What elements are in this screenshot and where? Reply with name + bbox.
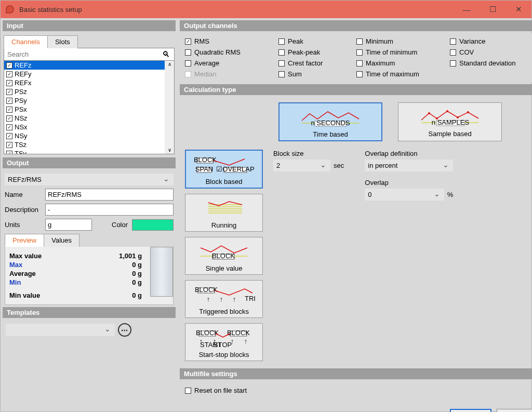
check-label: Minimum [366, 37, 393, 45]
ok-button[interactable]: OK [450, 409, 491, 412]
search-input[interactable] [4, 48, 158, 60]
checkbox-icon: ✓ [6, 151, 12, 155]
output-check-sum[interactable]: Sum [278, 70, 351, 78]
color-swatch[interactable] [132, 219, 174, 231]
color-label: Color [112, 221, 128, 229]
tab-channels[interactable]: Channels [4, 35, 48, 48]
output-check-standard-deviation[interactable]: Standard deviation [450, 59, 532, 67]
svg-point-3 [428, 112, 430, 114]
channel-name: PSz [15, 87, 27, 96]
checkbox-icon: ✓ [6, 133, 12, 139]
list-item[interactable]: ✓PSy [4, 96, 174, 105]
tab-preview[interactable]: Preview [5, 234, 44, 247]
calc-running[interactable]: Running [185, 194, 263, 232]
output-check-variance[interactable]: Variance [450, 37, 532, 45]
checkbox-icon [185, 388, 191, 394]
tab-values[interactable]: Values [44, 234, 79, 247]
output-check-maximum[interactable]: Maximum [356, 59, 445, 67]
calc-time-based[interactable]: n SECONDS Time based [278, 102, 382, 141]
list-item[interactable]: ✓PSx [4, 105, 174, 114]
reset-label: Reset on file start [194, 387, 247, 394]
channel-name: NSx [15, 123, 28, 131]
units-field[interactable] [45, 219, 92, 231]
list-item[interactable]: ✓REFy [4, 70, 174, 78]
calc-single-value[interactable]: BLOCK Single value [185, 237, 263, 275]
minimize-button[interactable]: — [454, 1, 480, 18]
output-check-peak-peak[interactable]: Peak-peak [278, 48, 351, 56]
min: 0 g [132, 278, 142, 286]
search-icon[interactable]: 🔍︎ [158, 50, 174, 59]
window-title: Basic statistics setup [19, 6, 82, 14]
check-label: Variance [459, 37, 485, 45]
check-label: Standard deviation [459, 59, 515, 67]
calculation-panel: n SECONDS Time based n SAMPLES Sample ba… [180, 97, 532, 366]
svg-text:BLOCK: BLOCK [196, 329, 219, 337]
channel-list[interactable]: ✓REFz✓REFy✓REFx✓PSz✓PSy✓PSx✓NSz✓NSx✓NSy✓… [4, 61, 175, 154]
overlap-definition-select[interactable]: in percent [365, 160, 453, 171]
list-item[interactable]: ✓NSy [4, 131, 174, 140]
check-label: RMS [194, 37, 209, 45]
channel-name: REFx [15, 78, 32, 87]
checkbox-icon [450, 38, 456, 45]
svg-text:TRIGGERS: TRIGGERS [245, 295, 255, 302]
input-header: Input [3, 20, 176, 31]
list-item[interactable]: ✓REFz [4, 61, 174, 70]
template-select[interactable] [6, 324, 115, 336]
checkbox-icon [356, 49, 363, 56]
template-more-button[interactable]: ⋯ [118, 323, 131, 337]
calc-sample-based[interactable]: n SAMPLES Sample based [398, 102, 502, 141]
calc-btn-label: Time based [282, 130, 379, 138]
checkbox-icon [450, 49, 456, 56]
close-button[interactable]: ✕ [506, 1, 531, 18]
description-field[interactable] [45, 204, 174, 216]
calc-start-stop-blocks[interactable]: BLOCKBLOCK↑↑↑↑STARTSTOP Start-stop block… [185, 323, 263, 361]
check-label: Time of maximum [366, 70, 419, 78]
output-check-time-of-maximum[interactable]: Time of maximum [356, 70, 445, 78]
reset-on-file-start-checkbox[interactable]: Reset on file start [185, 387, 532, 394]
output-check-minimum[interactable]: Minimum [356, 37, 445, 45]
output-check-time-of-minimum[interactable]: Time of minimum [356, 48, 445, 56]
output-channel-select[interactable]: REFz/RMS [5, 174, 174, 185]
list-item[interactable]: ✓PSz [4, 87, 174, 96]
overlap-definition-value: in percent [368, 162, 397, 169]
scroll-down-icon[interactable]: ∨ [168, 147, 171, 154]
output-check-average[interactable]: Average [185, 59, 273, 67]
maximize-button[interactable]: ☐ [480, 1, 506, 18]
overlap-value: 0 [368, 191, 371, 198]
output-channels-header: Output channels [180, 20, 532, 31]
output-check-crest-factor[interactable]: Crest factor [278, 59, 351, 67]
check-label: Sum [288, 70, 302, 78]
list-item[interactable]: ✓REFx [4, 78, 174, 87]
overlap-select[interactable]: 0 [365, 189, 444, 201]
output-check-cov[interactable]: COV [450, 48, 532, 56]
list-item[interactable]: ✓NSz [4, 114, 174, 123]
list-item[interactable]: ✓NSx [4, 123, 174, 131]
checkbox-icon: ✓ [185, 38, 191, 45]
scroll-up-icon[interactable]: ∧ [168, 61, 171, 68]
block-size-select[interactable]: 2 [273, 160, 330, 171]
min-label: Min [9, 278, 21, 286]
list-item[interactable]: ✓TSy [4, 149, 174, 154]
calc-btn-label: Triggered blocks [188, 308, 260, 315]
checkbox-icon [185, 71, 191, 77]
list-item[interactable]: ✓TSz [4, 140, 174, 149]
checkbox-icon: ✓ [6, 89, 12, 95]
output-check-quadratic-rms[interactable]: Quadratic RMS [185, 48, 273, 56]
calc-btn-label: Start-stop blocks [188, 351, 260, 358]
channel-name: REFz [15, 61, 32, 70]
calc-triggered-blocks[interactable]: BLOCK↑↑↑TRIGGERS Triggered blocks [185, 280, 263, 318]
name-label: Name [5, 191, 41, 198]
checkbox-icon: ✓ [6, 80, 12, 86]
channel-name: NSy [15, 131, 28, 140]
cancel-button[interactable]: Cancel [497, 409, 532, 412]
calc-btn-label: Single value [188, 264, 260, 272]
output-check-peak[interactable]: Peak [278, 37, 351, 45]
check-label: Peak [288, 37, 303, 45]
tab-slots[interactable]: Slots [47, 35, 78, 48]
name-field[interactable] [45, 189, 174, 201]
output-check-rms[interactable]: ✓RMS [185, 37, 273, 45]
channel-list-inner: ✓REFz✓REFy✓REFx✓PSz✓PSy✓PSx✓NSz✓NSx✓NSy✓… [4, 61, 174, 154]
calc-block-based[interactable]: BLOCKSPAN☑OVERLAP Block based [185, 150, 263, 189]
scrollbar[interactable]: ∧ ∨ [165, 61, 174, 154]
check-label: Crest factor [288, 59, 323, 67]
